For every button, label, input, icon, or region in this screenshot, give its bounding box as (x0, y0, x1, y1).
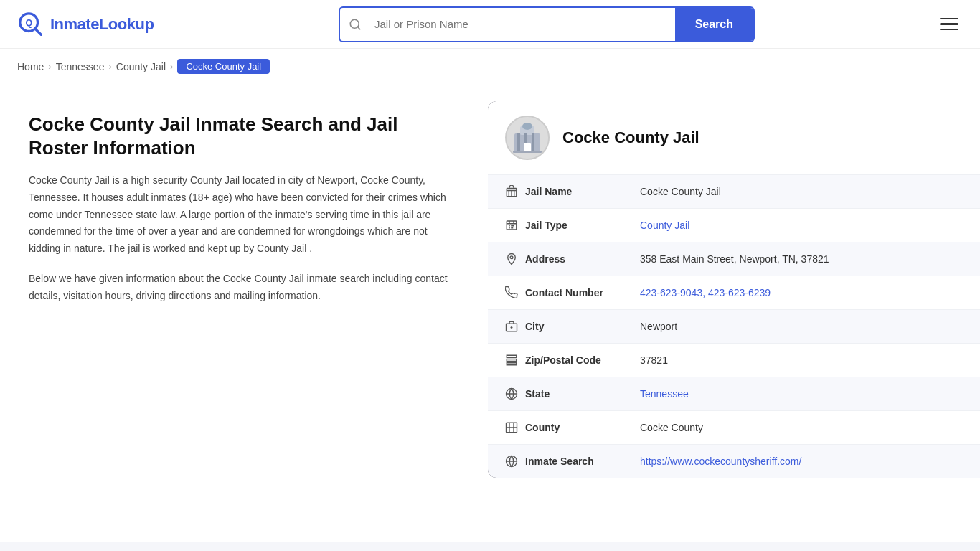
row-value-1[interactable]: County Jail (640, 220, 963, 231)
state-icon (505, 387, 525, 400)
hamburger-menu[interactable] (936, 14, 963, 35)
breadcrumb-active: Cocke County Jail (177, 59, 270, 74)
logo-text: InmateLookup (50, 15, 154, 34)
info-row-3: Contact Number423-623-9043, 423-623-6239 (488, 276, 980, 309)
info-row-7: CountyCocke County (488, 410, 980, 444)
row-value-6[interactable]: Tennessee (640, 388, 963, 400)
row-label-5: Zip/Postal Code (525, 354, 640, 366)
address-icon (505, 253, 525, 265)
breadcrumb-county-jail[interactable]: County Jail (116, 61, 166, 72)
row-link-3[interactable]: 423-623-9043, 423-623-6239 (640, 287, 771, 298)
svg-rect-7 (517, 133, 520, 152)
svg-point-11 (522, 123, 532, 130)
type-icon (505, 219, 525, 232)
main-layout: Cocke County Jail Inmate Search and Jail… (0, 84, 980, 542)
county-icon (505, 421, 525, 434)
breadcrumb-sep-2: › (108, 61, 111, 72)
info-row-1: Jail TypeCounty Jail (488, 208, 980, 242)
svg-rect-9 (532, 133, 534, 152)
info-row-2: Address358 East Main Street, Newport, TN… (488, 242, 980, 276)
building-icon (509, 119, 546, 156)
row-label-4: City (525, 321, 640, 332)
svg-line-2 (35, 28, 42, 34)
row-label-3: Contact Number (525, 287, 640, 298)
breadcrumb-sep-1: › (48, 61, 51, 72)
row-label-1: Jail Type (525, 220, 640, 231)
phone-icon (505, 286, 525, 299)
svg-rect-12 (513, 151, 542, 153)
row-label-6: State (525, 388, 640, 400)
header: Q InmateLookup Search (0, 0, 980, 49)
web-icon (505, 455, 525, 468)
row-link-1[interactable]: County Jail (640, 220, 689, 231)
info-row-6: StateTennessee (488, 377, 980, 410)
breadcrumb-sep-3: › (170, 61, 173, 72)
bottom-bar (0, 542, 980, 551)
card-avatar (505, 116, 550, 160)
svg-line-4 (357, 27, 359, 29)
row-label-7: County (525, 422, 640, 433)
info-table: Jail NameCocke County JailJail TypeCount… (488, 174, 980, 478)
svg-text:Q: Q (25, 17, 32, 27)
row-link-6[interactable]: Tennessee (640, 388, 689, 400)
breadcrumb-tennessee[interactable]: Tennessee (56, 61, 105, 72)
breadcrumb-home[interactable]: Home (17, 61, 44, 72)
logo-link[interactable]: Q InmateLookup (17, 11, 175, 38)
row-link-8[interactable]: https://www.cockecountysheriff.com/ (640, 456, 801, 467)
card-title: Cocke County Jail (562, 128, 699, 147)
row-value-3[interactable]: 423-623-9043, 423-623-6239 (640, 287, 963, 298)
search-button[interactable]: Search (675, 8, 753, 41)
row-label-2: Address (525, 253, 640, 265)
page-title: Cocke County Jail Inmate Search and Jail… (29, 113, 459, 159)
row-value-8[interactable]: https://www.cockecountysheriff.com/ (640, 456, 963, 467)
row-label-0: Jail Name (525, 186, 640, 197)
jail-info-card: Cocke County Jail Jail NameCocke County … (488, 101, 980, 478)
zip-icon (505, 354, 525, 367)
info-row-5: Zip/Postal Code37821 (488, 343, 980, 377)
search-icon (340, 18, 369, 31)
page-sub-description: Below we have given information about th… (29, 270, 459, 305)
row-label-8: Inmate Search (525, 456, 640, 467)
logo-icon: Q (17, 11, 44, 38)
breadcrumb: Home › Tennessee › County Jail › Cocke C… (0, 49, 980, 84)
info-row-8: Inmate Searchhttps://www.cockecountysher… (488, 444, 980, 478)
card-header: Cocke County Jail (488, 101, 980, 174)
row-value-0: Cocke County Jail (640, 186, 963, 197)
svg-point-15 (510, 256, 513, 259)
info-row-0: Jail NameCocke County Jail (488, 174, 980, 208)
row-value-5: 37821 (640, 354, 963, 366)
jail-icon (505, 185, 525, 198)
row-value-7: Cocke County (640, 422, 963, 433)
page-description: Cocke County Jail is a high security Cou… (29, 172, 459, 258)
row-value-2: 358 East Main Street, Newport, TN, 37821 (640, 253, 963, 265)
info-row-4: CityNewport (488, 309, 980, 343)
left-content: Cocke County Jail Inmate Search and Jail… (0, 84, 488, 542)
city-icon (505, 320, 525, 333)
search-input[interactable] (369, 11, 675, 37)
search-area: Search (175, 6, 918, 42)
row-value-4: Newport (640, 321, 963, 332)
search-form: Search (339, 6, 755, 42)
